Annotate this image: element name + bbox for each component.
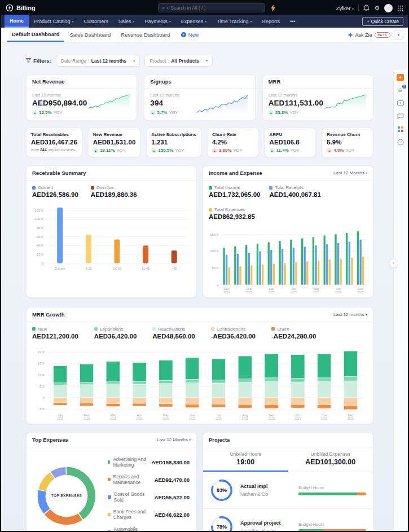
svg-text:2025: 2025 xyxy=(189,417,195,420)
net-revenue-sparkline xyxy=(87,92,131,116)
settings-gear-icon[interactable]: ⚙ xyxy=(374,5,380,11)
svg-text:100 K: 100 K xyxy=(210,249,219,253)
date-range-filter[interactable]: Date Range : Last 12 months ▾ xyxy=(56,55,140,67)
topbar-right: Zylker ▾ ⚙ xyxy=(336,4,403,12)
receivables-subtext: from 244 unpaid invoices xyxy=(31,148,77,152)
svg-text:2025: 2025 xyxy=(246,291,252,294)
tab-unbilled-expenses[interactable]: Unbilled Expenses AED101,300.00 xyxy=(288,447,373,472)
app-window: Billing ⌕ ▾ Zylker ▾ ⚙ Home Product Cata… xyxy=(0,0,409,532)
svg-text:150 K: 150 K xyxy=(210,233,219,236)
nav-item-expenses[interactable]: Expenses▾ xyxy=(176,15,212,28)
card-title: Receivable Summary xyxy=(32,170,86,176)
svg-text:2025: 2025 xyxy=(313,291,319,294)
video-help-icon[interactable] xyxy=(397,99,404,107)
trend-up-icon: ▲ xyxy=(150,110,155,115)
kpi-card-active-subscriptions: Active Subscriptions 1,231 ▲150.5%YOY xyxy=(146,127,201,157)
svg-text:Dec: Dec xyxy=(224,287,230,291)
top-expenses-period-filter[interactable]: Last 12 Months ▾ xyxy=(157,437,191,442)
kpi-title: Signups xyxy=(144,75,254,89)
user-menu[interactable]: Zylker ▾ xyxy=(336,5,354,11)
legend-swatch xyxy=(269,186,272,190)
nav-item-home[interactable]: Home xyxy=(5,15,29,28)
kpi-card-new-revenue: New Revenue AED81,531.00 ▲19.11%YOY xyxy=(88,127,140,157)
app-name: Billing xyxy=(16,5,36,11)
announcements-icon[interactable]: 🕭2 xyxy=(397,86,404,94)
svg-text:2025: 2025 xyxy=(348,417,354,420)
legend-swatch xyxy=(108,513,111,516)
nav-item-reports[interactable]: Reports xyxy=(257,15,285,28)
nav-item-sales[interactable]: Sales▾ xyxy=(113,15,140,28)
notifications-bell-icon[interactable] xyxy=(363,5,370,11)
beta-badge: BETA xyxy=(375,32,390,38)
income-expense-period-filter[interactable]: Last 12 Months ▾ xyxy=(333,170,367,175)
svg-text:80 K: 80 K xyxy=(37,226,43,230)
quick-create-button[interactable]: + Quick Create xyxy=(362,17,403,26)
svg-text:Aug: Aug xyxy=(313,287,319,291)
global-search[interactable]: ⌕ ▾ xyxy=(158,3,265,12)
whats-new-bolt-icon[interactable] xyxy=(271,5,275,12)
main-nav: Home Product Catalog▾ Customers Sales▾ P… xyxy=(1,15,408,28)
trend-up-icon: ▲ xyxy=(212,148,217,153)
svg-text:2025: 2025 xyxy=(216,417,222,420)
kpi-card-signups: Signups Last 12 months 394 ▲5.7%YOY xyxy=(144,74,255,121)
chat-support-icon[interactable] xyxy=(397,112,404,120)
nav-item-payments[interactable]: Payments▾ xyxy=(140,15,176,28)
kpi-card-mrr: MRR Last 12 months AED131,531.00 ▲25.3%Y… xyxy=(262,74,373,121)
nav-item-time-tracking[interactable]: Time Tracking▾ xyxy=(212,15,257,28)
income-expense-card: Income and Expense Last 12 Months ▾ Tota… xyxy=(203,165,373,298)
filter-funnel-icon xyxy=(26,58,31,63)
user-avatar[interactable] xyxy=(384,4,393,12)
svg-text:0: 0 xyxy=(217,283,219,287)
project-progress-ring: 83% xyxy=(210,478,234,502)
mrr-growth-period-filter[interactable]: Last 12 months ▾ xyxy=(333,312,367,317)
card-title: Income and Expense xyxy=(209,170,262,176)
search-input[interactable] xyxy=(170,5,244,11)
trend-up-icon: ▲ xyxy=(151,148,156,153)
help-icon[interactable]: ? xyxy=(397,138,404,146)
zia-sparkle-icon xyxy=(348,32,353,38)
svg-text:-5 K: -5 K xyxy=(38,407,45,411)
top-expenses-card: Top Expenses Last 12 Months ▾ TOP EXPENS… xyxy=(26,432,197,531)
nav-item-product-catalog[interactable]: Product Catalog▾ xyxy=(29,15,79,28)
legend-swatch xyxy=(108,478,111,481)
svg-text:2025: 2025 xyxy=(335,291,341,294)
svg-text:>45: >45 xyxy=(171,267,177,270)
svg-text:Jun: Jun xyxy=(291,287,296,291)
apps-grid-icon[interactable] xyxy=(397,5,403,11)
svg-text:1-15: 1-15 xyxy=(85,267,91,270)
tab-revenue-dashboard[interactable]: Revenue Dashboard xyxy=(116,28,175,42)
nav-item-more[interactable]: ••• xyxy=(285,15,300,28)
chevron-down-icon: ▾ xyxy=(250,19,252,23)
new-dashboard-button[interactable]: +New xyxy=(175,28,205,42)
project-row[interactable]: 83% Actual Impl Nathan & Co Budget Hours xyxy=(203,472,373,509)
zia-assistant-icon[interactable]: ✦ xyxy=(397,73,404,81)
tab-unbilled-hours[interactable]: Unbilled Hours 19:00 xyxy=(203,447,288,472)
svg-text:?: ? xyxy=(399,140,402,144)
kpi-value: AED131,531.00 xyxy=(269,99,323,107)
kpi-card-arpu: ARPU AED106.8 ▲11.4%YOY xyxy=(265,127,316,157)
project-row[interactable]: 78% Approval project Aaradhya Keshri Bud… xyxy=(203,509,373,531)
tab-sales-dashboard[interactable]: Sales Dashboard xyxy=(64,28,116,42)
product-filter[interactable]: Product : All Products ▾ xyxy=(144,55,213,67)
kpi-card-revenue-churn: Revenue Churn 5.9% ▲4.9%YOY xyxy=(322,127,373,157)
dashboard-content: Filters: Date Range : Last 12 months ▾ P… xyxy=(1,42,408,531)
panel-expander-button[interactable]: › xyxy=(389,258,398,268)
nav-item-customers[interactable]: Customers xyxy=(79,15,114,28)
collapse-header-button[interactable]: ▾ xyxy=(394,30,403,39)
legend-swatch xyxy=(108,460,110,464)
kpi-card-total-receivables: Total Receivables AED316,467.26 from 244… xyxy=(26,127,82,157)
charts-row: Receivable Summary Current AED126,586.90… xyxy=(26,165,373,298)
svg-text:2025: 2025 xyxy=(162,417,169,420)
trend-up-icon: ▲ xyxy=(32,110,37,115)
search-scope-caret-icon[interactable]: ▾ xyxy=(167,6,169,10)
tab-default-dashboard[interactable]: Default Dashboard xyxy=(7,28,64,42)
ask-zia-button[interactable]: Ask Zia BETA xyxy=(348,32,390,38)
notification-count-badge: 2 xyxy=(402,85,406,89)
signups-sparkline xyxy=(195,92,249,116)
app-brand[interactable]: Billing xyxy=(6,4,36,12)
kpi-period: Last 12 months xyxy=(32,93,87,98)
svg-text:2025: 2025 xyxy=(358,291,364,294)
marketplace-icon[interactable] xyxy=(397,125,404,133)
kpi-value: AED950,894.00 xyxy=(32,99,87,107)
svg-text:5 K: 5 K xyxy=(39,384,45,388)
